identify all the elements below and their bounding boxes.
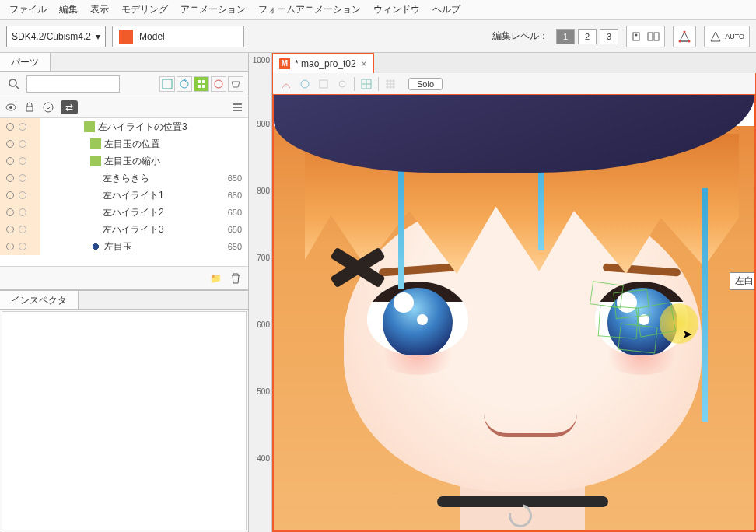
svg-point-7 [9,79,16,86]
menu-window[interactable]: ウィンドウ [367,0,426,19]
search-icon[interactable] [5,75,23,93]
menu-help[interactable]: ヘルプ [426,0,467,19]
deformer-tool-icon[interactable] [279,77,293,91]
svg-point-15 [215,80,222,88]
select-toggle-icon[interactable] [19,208,26,216]
sync-toggle-icon[interactable]: ⇄ [61,100,78,114]
menu-modeling[interactable]: モデリング [115,0,174,19]
ruler-tick: 1000 [253,56,270,65]
grid-snap-icon[interactable] [383,77,397,91]
visibility-toggle-icon[interactable] [6,140,14,148]
visibility-toggle-icon[interactable] [6,208,14,216]
mesh-auto-button[interactable]: AUTO [704,26,750,47]
part-row[interactable]: 左目玉650 [0,238,248,255]
svg-rect-18 [26,107,33,111]
part-row[interactable]: 左ハイライト3650 [0,221,248,238]
warp-deformer-icon [84,121,95,132]
part-label: 左ハイライト1 [103,189,228,202]
svg-point-19 [44,103,53,112]
part-row[interactable]: 左ハイライト1650 [0,187,248,204]
chevron-down-icon: ▾ [96,31,100,42]
close-icon[interactable]: × [361,58,367,70]
document-tab[interactable]: M * mao_pro_t02 × [272,53,374,73]
visibility-toggle-icon[interactable] [6,226,14,233]
left-panel: パーツ ⇄ 左ハイライトの位置3 左目玉の位置 左目玉の [0,53,249,532]
menu-animation[interactable]: アニメーション [174,0,252,19]
select-toggle-icon[interactable] [19,157,26,165]
ruler-tick: 600 [257,320,270,329]
visibility-toggle-icon[interactable] [6,123,14,131]
filter-glue-icon[interactable] [211,76,226,92]
main-toolbar: SDK4.2/Cubism4.2 ▾ Model 編集レベル： 1 2 3 AU… [0,20,756,53]
svg-line-8 [16,86,19,89]
parts-search-input[interactable] [26,75,120,93]
select-toggle-icon[interactable] [19,123,26,131]
part-label: 左目玉の縮小 [104,155,242,168]
parts-panel-tabbar: パーツ [0,53,248,72]
menu-form-animation[interactable]: フォームアニメーション [252,0,367,19]
mesh-edit-button[interactable] [673,26,696,47]
menu-bar: ファイル 編集 表示 モデリング アニメーション フォームアニメーション ウィン… [0,0,756,20]
parts-tab[interactable]: パーツ [0,53,51,71]
filter-part-icon[interactable] [228,76,243,92]
canvas-area: 1000 900 800 700 600 500 400 M * mao_pro… [249,53,756,532]
select-toggle-icon[interactable] [19,174,26,182]
sdk-version-dropdown[interactable]: SDK4.2/Cubism4.2 ▾ [6,26,106,47]
viewport[interactable]: ➤ 左白目 [272,95,756,532]
artmesh-icon [90,241,101,252]
snapshot-tools[interactable] [626,26,665,47]
grid-tool-icon[interactable] [359,77,373,91]
visibility-toggle-icon[interactable] [6,157,14,165]
workspace-mode-label: Model [139,31,165,42]
select-toggle-icon[interactable] [19,140,26,148]
edit-level-buttons: 1 2 3 [556,29,618,44]
visibility-toggle-icon[interactable] [6,174,14,182]
svg-point-5 [684,30,686,33]
rotation-tool-icon[interactable] [298,77,312,91]
edit-level-2[interactable]: 2 [578,29,597,44]
model-file-icon: M [279,58,290,69]
part-row[interactable]: 左きらきら650 [0,170,248,187]
document-tab-bar: M * mao_pro_t02 × [272,53,756,73]
menu-view[interactable]: 表示 [84,0,115,19]
part-draworder: 650 [228,225,242,234]
visibility-toggle-icon[interactable] [6,191,14,199]
menu-edit[interactable]: 編集 [53,0,84,19]
auto-label: AUTO [725,33,744,40]
visibility-toggle-icon[interactable] [6,243,14,250]
folder-icon[interactable]: 📁 [210,273,222,284]
canvas-toolbar: Solo [272,73,756,95]
glue-tool-icon[interactable] [335,77,349,91]
part-label: 左目玉 [104,240,228,254]
trash-icon[interactable] [229,272,242,285]
visibility-icon[interactable] [5,101,17,114]
svg-point-25 [339,81,345,87]
ruler-tick: 800 [257,187,270,195]
hamburger-menu-icon[interactable] [231,101,243,114]
artmesh-tool-icon[interactable] [317,77,331,91]
filter-warp-icon[interactable] [159,76,175,92]
part-row[interactable]: 左ハイライト2650 [0,204,248,221]
select-toggle-icon[interactable] [19,243,26,250]
select-toggle-icon[interactable] [19,226,26,233]
inspector-tab[interactable]: インスペクタ [0,291,79,309]
part-row[interactable]: 左目玉の縮小 [0,152,248,170]
menu-file[interactable]: ファイル [3,0,53,19]
part-row[interactable]: 左目玉の位置 [0,135,248,152]
edit-level-1[interactable]: 1 [556,29,575,44]
filter-artmesh-icon[interactable] [194,76,209,92]
part-row[interactable]: 左ハイライトの位置3 [0,118,248,135]
part-label: 左ハイライト2 [103,206,228,219]
ruler-tick: 400 [257,454,270,463]
svg-point-6 [688,40,691,42]
edit-level-3[interactable]: 3 [600,29,618,44]
chevron-down-circle-icon[interactable] [42,101,54,114]
ruler-tick: 500 [257,387,270,396]
workspace-mode-button[interactable]: Model [112,26,244,47]
solo-button[interactable]: Solo [408,78,443,90]
mesh-auto-icon [709,30,722,43]
lock-icon[interactable] [23,101,36,114]
select-toggle-icon[interactable] [19,191,26,199]
filter-rotation-icon[interactable] [177,76,192,92]
parts-tree[interactable]: 左ハイライトの位置3 左目玉の位置 左目玉の縮小 左きらきら650 左ハイライト… [0,118,248,266]
